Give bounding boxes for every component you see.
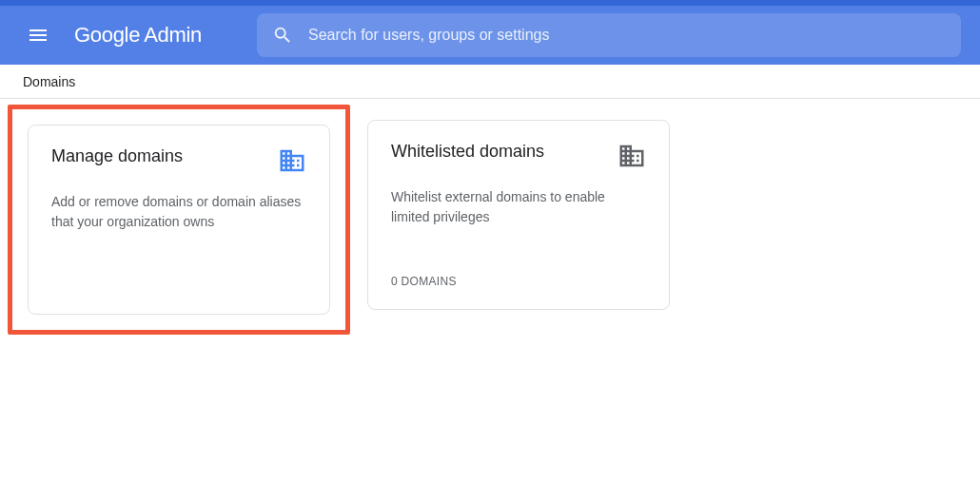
- hamburger-menu-button[interactable]: [19, 16, 57, 54]
- search-icon: [272, 25, 293, 46]
- annotation-highlight: Manage domains Add or remove domains or …: [8, 105, 350, 335]
- card-whitelisted-domains[interactable]: Whitelisted domains Whitelist external d…: [367, 120, 670, 310]
- breadcrumb-bar: Domains: [0, 65, 980, 99]
- search-bar[interactable]: [257, 13, 961, 57]
- card-description: Add or remove domains or domain aliases …: [51, 192, 306, 232]
- menu-icon: [27, 24, 49, 47]
- domain-icon: [617, 142, 646, 174]
- card-title: Whitelisted domains: [391, 142, 544, 162]
- card-header: Whitelisted domains: [391, 142, 646, 174]
- search-input[interactable]: [308, 27, 946, 44]
- card-footer-count: 0 DOMAINS: [391, 275, 646, 288]
- card-header: Manage domains: [51, 146, 306, 179]
- card-description: Whitelist external domains to enable lim…: [391, 187, 646, 227]
- logo-primary-text: Google: [74, 23, 140, 48]
- card-manage-domains[interactable]: Manage domains Add or remove domains or …: [28, 125, 330, 315]
- top-app-bar: Google Admin: [0, 6, 980, 65]
- main-content: Manage domains Add or remove domains or …: [0, 99, 980, 356]
- app-logo[interactable]: Google Admin: [74, 23, 202, 48]
- card-title: Manage domains: [51, 146, 183, 166]
- page-title: Domains: [23, 74, 75, 89]
- logo-secondary-text: Admin: [144, 23, 202, 48]
- domain-icon: [278, 146, 306, 179]
